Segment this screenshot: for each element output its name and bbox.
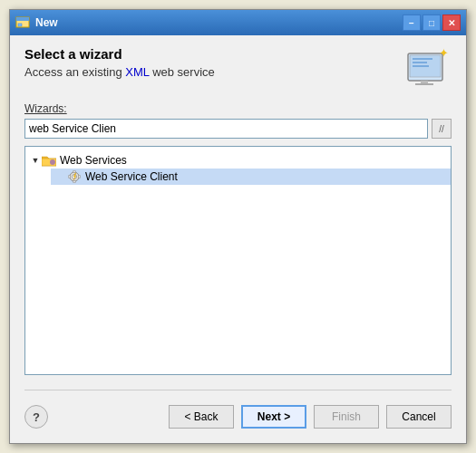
maximize-button[interactable]: □ bbox=[423, 14, 441, 31]
web-services-label: Web Services bbox=[60, 154, 127, 167]
tree-child-items: Web Service Client bbox=[25, 169, 451, 185]
web-services-row[interactable]: ▼ Web Services bbox=[25, 152, 451, 169]
search-clear-button[interactable]: // bbox=[432, 119, 452, 139]
wizards-label: Wizards: bbox=[24, 102, 452, 115]
header-text: Select a wizard Access an existing XML w… bbox=[24, 46, 395, 79]
title-bar-left: New bbox=[15, 15, 58, 30]
svg-rect-1 bbox=[16, 17, 29, 21]
dialog-content: Select a wizard Access an existing XML w… bbox=[10, 35, 466, 443]
title-controls: − □ ✕ bbox=[403, 14, 461, 31]
separator bbox=[24, 390, 452, 390]
search-row: // bbox=[24, 119, 452, 139]
minimize-button[interactable]: − bbox=[403, 14, 421, 31]
new-wizard-dialog: New − □ ✕ Select a wizard Access an exis… bbox=[9, 9, 467, 444]
svg-rect-2 bbox=[18, 24, 22, 26]
svg-rect-14 bbox=[73, 171, 76, 173]
xml-highlight: XML bbox=[125, 65, 149, 79]
search-input[interactable] bbox=[24, 119, 428, 139]
web-service-client-row[interactable]: Web Service Client bbox=[51, 169, 451, 185]
wizard-icon: ✦ bbox=[404, 46, 452, 90]
close-button[interactable]: ✕ bbox=[442, 14, 461, 31]
expand-arrow-icon[interactable]: ▼ bbox=[29, 154, 42, 167]
next-button[interactable]: Next > bbox=[241, 405, 306, 429]
cancel-button[interactable]: Cancel bbox=[386, 405, 452, 429]
help-button[interactable]: ? bbox=[24, 405, 48, 429]
svg-rect-9 bbox=[413, 62, 427, 63]
folder-icon bbox=[42, 153, 56, 168]
svg-text:✦: ✦ bbox=[439, 46, 449, 60]
back-button[interactable]: < Back bbox=[169, 405, 234, 429]
description: Access an existing XML web service bbox=[24, 65, 395, 79]
tree-root-item: ▼ Web Services bbox=[25, 150, 451, 187]
window-icon bbox=[15, 15, 30, 30]
header-section: Select a wizard Access an existing XML w… bbox=[24, 46, 452, 90]
wizard-tree: ▼ Web Services bbox=[24, 146, 452, 375]
description-suffix: web service bbox=[150, 65, 215, 79]
finish-button[interactable]: Finish bbox=[314, 405, 379, 429]
ws-client-icon bbox=[67, 169, 82, 184]
svg-point-11 bbox=[50, 159, 55, 165]
svg-rect-10 bbox=[413, 65, 429, 67]
web-service-client-label: Web Service Client bbox=[85, 170, 178, 183]
svg-rect-6 bbox=[415, 83, 433, 85]
navigation-buttons: < Back Next > Finish Cancel bbox=[169, 405, 452, 429]
svg-rect-17 bbox=[79, 176, 81, 178]
description-prefix: Access an existing bbox=[24, 65, 125, 79]
svg-rect-8 bbox=[413, 58, 432, 60]
page-title: Select a wizard bbox=[24, 46, 395, 62]
svg-rect-16 bbox=[69, 176, 71, 178]
window-title: New bbox=[35, 16, 58, 29]
svg-rect-15 bbox=[73, 181, 76, 183]
button-row: ? < Back Next > Finish Cancel bbox=[24, 400, 452, 432]
title-bar: New − □ ✕ bbox=[10, 10, 466, 35]
